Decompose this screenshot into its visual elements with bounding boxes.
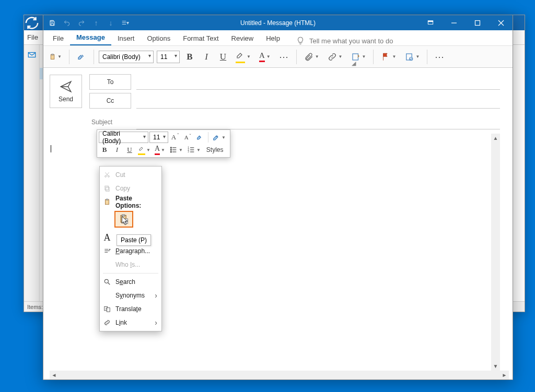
underline-button[interactable]: U [216, 50, 230, 64]
mail-icon[interactable] [27, 50, 37, 60]
save-icon[interactable] [45, 16, 59, 30]
tab-options[interactable]: Options [141, 31, 177, 45]
cm-synonyms[interactable]: Synonyms [100, 289, 161, 302]
cm-cut: Cut [100, 168, 161, 182]
svg-rect-32 [106, 199, 108, 200]
cursor-icon [120, 216, 131, 226]
mini-toolbar: Calibri (Body) 11 Aˆ Aˇ ▼ B I U ▼ A▼ ▼ 1… [97, 129, 230, 158]
mini-font-name[interactable]: Calibri (Body) [99, 132, 148, 143]
cm-link[interactable]: Link [100, 316, 161, 329]
more-formatting-button[interactable]: ⋯ [276, 50, 292, 64]
shrink-font-button[interactable]: Aˇ [182, 132, 193, 143]
mini-highlight[interactable]: ▼ [136, 144, 152, 156]
cm-copy-label: Copy [115, 185, 130, 192]
mini-numbering[interactable]: 123▼ [185, 144, 202, 156]
cm-search[interactable]: Search [100, 275, 161, 289]
dialog-launcher-icon[interactable]: ◢ [352, 60, 358, 66]
svg-rect-10 [52, 54, 53, 55]
svg-line-41 [108, 283, 110, 285]
mini-styles-label[interactable]: Styles [203, 146, 227, 153]
mini-bullets[interactable]: ▼ [168, 144, 184, 156]
bold-button[interactable]: B [183, 50, 196, 64]
minimize-button[interactable] [442, 15, 466, 30]
svg-point-40 [104, 279, 108, 283]
redo-icon[interactable] [75, 16, 88, 30]
bg-tab-file[interactable]: File [27, 33, 38, 41]
horizontal-scrollbar[interactable]: ◄ ► [50, 371, 509, 379]
ribbon-display-icon[interactable] [418, 15, 442, 30]
ribbon-overflow-button[interactable]: ⋯ [432, 50, 447, 64]
cc-button[interactable]: Cc [89, 93, 131, 109]
font-color-button[interactable]: A▼ [257, 50, 273, 64]
tab-format-text[interactable]: Format Text [177, 31, 225, 45]
assign-policy-button[interactable]: ▼ [402, 50, 422, 64]
svg-rect-1 [51, 20, 53, 22]
copy-icon [103, 184, 111, 193]
close-button[interactable] [489, 15, 513, 30]
vertical-scrollbar[interactable]: ▲ ▼ [491, 134, 500, 371]
text-caret [51, 145, 51, 152]
scroll-right-icon[interactable]: ► [500, 372, 509, 378]
link-button[interactable]: ▼ [325, 50, 345, 64]
maximize-button[interactable] [466, 15, 489, 30]
tell-me-search[interactable]: Tell me what you want to do [296, 36, 393, 45]
mini-format-painter[interactable] [194, 132, 206, 143]
tab-review[interactable]: Review [225, 31, 260, 45]
font-size-select[interactable]: 11 [157, 51, 180, 63]
font-name-select[interactable]: Calibri (Body) [99, 51, 154, 63]
cm-separator [103, 273, 158, 274]
mini-styles-button[interactable]: ▼ [211, 132, 227, 143]
highlight-button[interactable]: ▼ [233, 50, 253, 64]
undo-icon[interactable] [60, 16, 74, 30]
attach-file-button[interactable]: ▼ [301, 50, 322, 64]
send-button[interactable]: Send [50, 75, 82, 108]
paste-button[interactable]: ▼ [46, 50, 64, 64]
mini-font-size[interactable]: 11 [149, 132, 168, 143]
tab-message[interactable]: Message [70, 30, 111, 45]
down-icon[interactable]: ↓ [104, 16, 118, 30]
lightbulb-icon [296, 36, 305, 45]
cm-cut-label: Cut [115, 171, 125, 179]
cm-translate-label: Translate [115, 305, 142, 313]
cm-synonyms-label: Synonyms [115, 292, 145, 299]
cm-translate[interactable]: 文 Translate [100, 302, 161, 316]
tab-help[interactable]: Help [260, 31, 286, 45]
sync-icon[interactable] [24, 15, 40, 30]
paste-keep-text-button[interactable]: A [114, 211, 133, 228]
paragraph-icon [103, 247, 111, 255]
cm-paste-options-heading: Paste Options: [100, 195, 161, 209]
follow-up-button[interactable]: ▼ [378, 50, 399, 64]
mini-bold[interactable]: B [99, 144, 110, 156]
scroll-up-icon[interactable]: ▲ [491, 134, 500, 142]
cm-paragraph[interactable]: Paragraph... [100, 244, 161, 258]
cm-paste-options-label: Paste Options: [115, 195, 157, 209]
synonyms-icon [103, 291, 111, 300]
link-icon [103, 318, 111, 327]
grow-font-button[interactable]: Aˆ [169, 132, 181, 143]
paste-icon [103, 198, 111, 206]
qat-customize-icon[interactable]: ☰▾ [119, 16, 132, 30]
svg-rect-29 [106, 187, 109, 192]
context-menu: Cut Copy Paste Options: A Paste (P) A x … [99, 166, 162, 331]
format-painter-button[interactable] [74, 50, 89, 64]
bg-left-rail [24, 45, 40, 312]
up-icon[interactable]: ↑ [89, 16, 103, 30]
tell-me-placeholder: Tell me what you want to do [309, 37, 393, 45]
scroll-down-icon[interactable]: ▼ [491, 362, 500, 371]
svg-point-15 [170, 147, 171, 148]
mini-underline[interactable]: U [124, 144, 135, 156]
to-button[interactable]: To [89, 74, 131, 90]
tab-file[interactable]: File [46, 31, 70, 45]
mini-font-color[interactable]: A▼ [153, 144, 167, 156]
ribbon: ▼ Calibri (Body) 11 B I U ▼ A▼ ⋯ ◢ ▼ ▼ [43, 46, 513, 68]
send-label: Send [59, 96, 73, 103]
to-field[interactable] [136, 74, 500, 90]
cc-field[interactable] [136, 93, 500, 109]
tab-insert[interactable]: Insert [111, 31, 141, 45]
svg-rect-6 [475, 20, 480, 25]
svg-rect-2 [51, 23, 54, 26]
mini-italic[interactable]: I [111, 144, 123, 156]
scroll-left-icon[interactable]: ◄ [50, 372, 59, 378]
italic-button[interactable]: I [200, 50, 213, 64]
subject-field[interactable] [136, 116, 500, 129]
